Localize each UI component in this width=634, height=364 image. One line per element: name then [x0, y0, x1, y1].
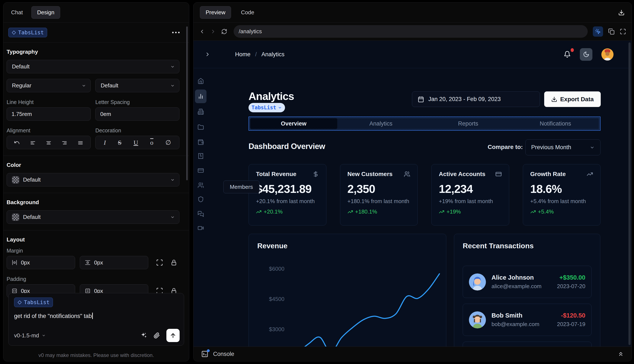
- color-select[interactable]: Default: [7, 173, 179, 186]
- nav-home-icon[interactable]: [198, 78, 204, 84]
- revenue-chart-card: Revenue $6000 $4500 $3000: [248, 234, 446, 347]
- moon-icon: [583, 51, 589, 58]
- console-bar[interactable]: Console: [193, 346, 632, 361]
- breadcrumb-current: Analytics: [261, 51, 284, 58]
- more-options-icon[interactable]: [172, 32, 180, 33]
- nav-video-icon[interactable]: [198, 225, 204, 231]
- disclaimer-text: v0 may make mistakes. Please use with di…: [4, 352, 189, 358]
- tab-chat[interactable]: Chat: [11, 9, 23, 16]
- align-left-icon[interactable]: [30, 140, 36, 146]
- nav-billing-icon[interactable]: [198, 153, 204, 159]
- align-center-icon[interactable]: [46, 140, 52, 146]
- paperclip-icon[interactable]: [154, 332, 160, 339]
- font-size-select[interactable]: Default: [95, 79, 179, 92]
- transaction-row[interactable]: Bob Smith bob@example.com -$120.50 2023-…: [463, 304, 591, 336]
- underline-icon[interactable]: U: [134, 139, 138, 146]
- typography-label: Typography: [7, 48, 179, 55]
- undo-icon[interactable]: [14, 140, 20, 146]
- alignment-group: [7, 136, 91, 149]
- nav-security-icon[interactable]: [198, 196, 204, 202]
- fullscreen-icon[interactable]: [620, 28, 626, 35]
- inspect-button[interactable]: [593, 26, 603, 37]
- background-select[interactable]: Default: [7, 210, 179, 224]
- copy-icon[interactable]: [608, 28, 614, 35]
- chevron-down-icon: [590, 145, 595, 150]
- send-button[interactable]: [166, 329, 180, 342]
- strikethrough-icon[interactable]: S: [118, 139, 122, 146]
- notifications-button[interactable]: [564, 51, 571, 58]
- export-data-button[interactable]: Export Data: [544, 92, 601, 107]
- chevron-down-icon: [170, 64, 175, 69]
- composer-context-chip[interactable]: TabsList: [14, 298, 53, 307]
- letter-spacing-input[interactable]: 0em: [95, 108, 179, 120]
- chevron-down-icon: [82, 83, 86, 88]
- preview-scrollbar[interactable]: [628, 42, 630, 345]
- chevrons-up-icon[interactable]: [617, 351, 624, 357]
- italic-icon[interactable]: I: [104, 139, 106, 146]
- trending-up-icon: [256, 209, 261, 214]
- sparkles-icon[interactable]: [140, 332, 147, 339]
- members-tooltip: Members: [223, 180, 259, 193]
- transparent-swatch-icon: [12, 176, 19, 184]
- chevron-down-icon: [170, 83, 175, 88]
- tab-design[interactable]: Design: [31, 6, 60, 19]
- no-decoration-icon[interactable]: ∅: [166, 139, 171, 146]
- line-height-input[interactable]: 1.75rem: [7, 108, 91, 120]
- nav-organization-icon[interactable]: [198, 108, 204, 115]
- font-weight-select[interactable]: Regular: [7, 79, 91, 92]
- tab-preview[interactable]: Preview: [200, 6, 231, 19]
- composer-input[interactable]: get rid of the "notifications" tab: [14, 313, 178, 320]
- margin-x-input[interactable]: 0px: [7, 256, 75, 269]
- tab-analytics[interactable]: Analytics: [337, 118, 425, 129]
- overline-icon[interactable]: o: [150, 139, 153, 146]
- tab-reports[interactable]: Reports: [425, 118, 512, 129]
- compare-label: Compare to:: [488, 144, 523, 150]
- transaction-row-partial[interactable]: [463, 342, 591, 347]
- revenue-line-chart: [249, 234, 447, 347]
- download-icon[interactable]: [618, 10, 624, 16]
- chat-composer[interactable]: TabsList get rid of the "notifications" …: [8, 293, 184, 346]
- breadcrumb-separator: /: [255, 51, 257, 58]
- align-right-icon[interactable]: [62, 140, 67, 146]
- selected-component-chip[interactable]: TabsList: [8, 28, 47, 37]
- tab-overview[interactable]: Overview: [250, 118, 337, 129]
- compare-select[interactable]: Previous Month: [525, 140, 600, 155]
- chevron-down-icon: [170, 215, 175, 220]
- transaction-row[interactable]: Alice Johnson alice@example.com +$350.00…: [463, 266, 591, 298]
- stat-card-active-accounts: Active Accounts 12,234 +19% from last mo…: [431, 164, 509, 226]
- align-justify-icon[interactable]: [78, 140, 83, 146]
- trending-up-icon: [439, 209, 444, 214]
- nav-cards-icon[interactable]: [198, 167, 204, 174]
- user-avatar[interactable]: [601, 48, 613, 60]
- line-height-label: Line Height: [7, 99, 91, 105]
- sidebar-scrollbar[interactable]: [186, 26, 188, 180]
- chevron-down-icon: [42, 333, 46, 338]
- preview-panel: Preview Code /analytics Home / Analytics: [193, 2, 632, 362]
- model-select[interactable]: v0-1.5-md: [14, 332, 46, 339]
- dollar-sign-icon: [312, 171, 319, 177]
- nav-messages-icon[interactable]: [198, 211, 204, 217]
- url-input[interactable]: /analytics: [234, 25, 588, 38]
- expand-margin-icon[interactable]: [156, 259, 163, 266]
- date-range-picker[interactable]: Jan 20, 2023 - Feb 09, 2023: [412, 92, 540, 107]
- tab-notifications[interactable]: Notifications: [512, 118, 599, 129]
- nav-analytics-active[interactable]: [195, 90, 206, 103]
- color-section: Color Default: [4, 156, 189, 193]
- refresh-icon[interactable]: [221, 28, 227, 34]
- sidebar-toggle-icon[interactable]: [205, 51, 211, 57]
- lock-margin-icon[interactable]: [170, 259, 177, 266]
- breadcrumb-home[interactable]: Home: [235, 51, 250, 58]
- theme-toggle-button[interactable]: [580, 48, 592, 61]
- tab-code[interactable]: Code: [241, 9, 254, 16]
- forward-icon[interactable]: [210, 28, 216, 34]
- back-icon[interactable]: [199, 28, 205, 34]
- nav-wallet-icon[interactable]: [198, 139, 204, 145]
- margin-y-input[interactable]: 0px: [80, 256, 148, 269]
- section-title: Dashboard Overview: [248, 142, 325, 151]
- nav-projects-icon[interactable]: [198, 124, 204, 130]
- selection-label-chip[interactable]: TabsList: [248, 103, 285, 112]
- calendar-icon: [418, 96, 424, 102]
- font-select[interactable]: Default: [7, 60, 179, 73]
- nav-members-icon[interactable]: [198, 182, 204, 188]
- cursor-click-icon: [595, 28, 601, 34]
